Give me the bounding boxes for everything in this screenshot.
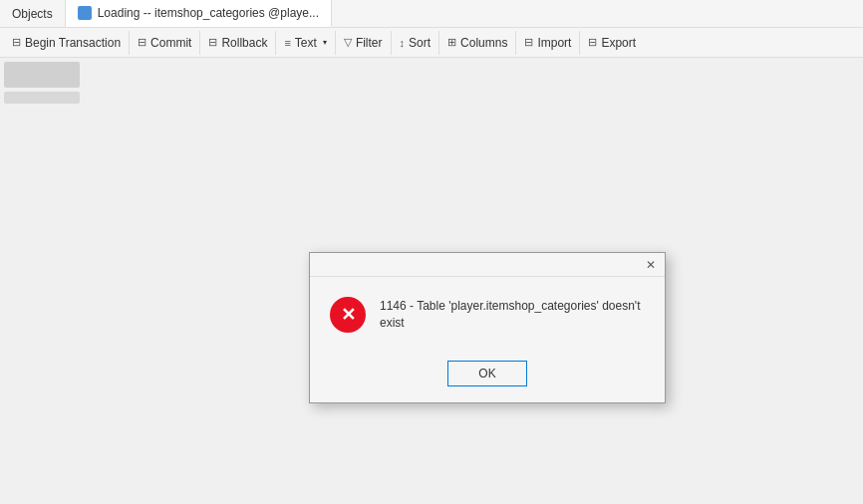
import-label: Import	[537, 36, 571, 50]
dialog-footer: OK	[310, 353, 665, 402]
begin-transaction-button[interactable]: ⊟ Begin Transaction	[4, 31, 130, 55]
error-icon	[330, 297, 366, 333]
ok-button[interactable]: OK	[447, 361, 527, 386]
text-label: Text	[295, 36, 317, 50]
commit-button[interactable]: ⊟ Commit	[130, 31, 200, 55]
columns-icon: ⊞	[447, 36, 456, 49]
begin-transaction-icon: ⊟	[12, 36, 21, 49]
import-icon: ⊟	[524, 36, 533, 49]
export-button[interactable]: ⊟ Export	[580, 31, 644, 55]
tab-objects-label: Objects	[12, 7, 53, 21]
columns-button[interactable]: ⊞ Columns	[439, 31, 516, 55]
rollback-label: Rollback	[221, 36, 267, 50]
close-icon: ✕	[646, 258, 656, 272]
tab-objects[interactable]: Objects	[0, 0, 66, 27]
title-bar: Objects Loading -- itemshop_categories @…	[0, 0, 863, 28]
sort-label: Sort	[409, 36, 431, 50]
dialog-body: 1146 - Table 'player.itemshop_categories…	[310, 277, 665, 353]
columns-label: Columns	[460, 36, 507, 50]
filter-icon: ▽	[344, 36, 352, 49]
export-label: Export	[601, 36, 636, 50]
filter-button[interactable]: ▽ Filter	[336, 31, 392, 55]
rollback-icon: ⊟	[208, 36, 217, 49]
tab-loading-label: Loading -- itemshop_categories @playe...	[98, 6, 319, 20]
error-message: 1146 - Table 'player.itemshop_categories…	[380, 298, 645, 332]
error-dialog: ✕ 1146 - Table 'player.itemshop_categori…	[309, 252, 666, 403]
text-dropdown-arrow: ▾	[323, 38, 327, 47]
tab-loading[interactable]: Loading -- itemshop_categories @playe...	[66, 0, 332, 27]
sort-icon: ↕	[400, 37, 406, 49]
text-icon: ≡	[284, 37, 290, 49]
filter-label: Filter	[356, 36, 383, 50]
begin-transaction-label: Begin Transaction	[25, 36, 121, 50]
sort-button[interactable]: ↕ Sort	[392, 31, 440, 55]
toolbar: ⊟ Begin Transaction ⊟ Commit ⊟ Rollback …	[0, 28, 863, 58]
rollback-button[interactable]: ⊟ Rollback	[200, 31, 276, 55]
commit-label: Commit	[150, 36, 191, 50]
commit-icon: ⊟	[138, 36, 146, 49]
tab-loading-icon	[78, 6, 92, 20]
dialog-close-button[interactable]: ✕	[643, 257, 659, 273]
export-icon: ⊟	[588, 36, 597, 49]
dialog-overlay: ✕ 1146 - Table 'player.itemshop_categori…	[0, 58, 863, 504]
import-button[interactable]: ⊟ Import	[516, 31, 580, 55]
main-content: ✕ 1146 - Table 'player.itemshop_categori…	[0, 58, 863, 504]
text-button[interactable]: ≡ Text ▾	[276, 31, 335, 55]
dialog-titlebar: ✕	[310, 253, 665, 277]
ok-label: OK	[478, 367, 495, 380]
